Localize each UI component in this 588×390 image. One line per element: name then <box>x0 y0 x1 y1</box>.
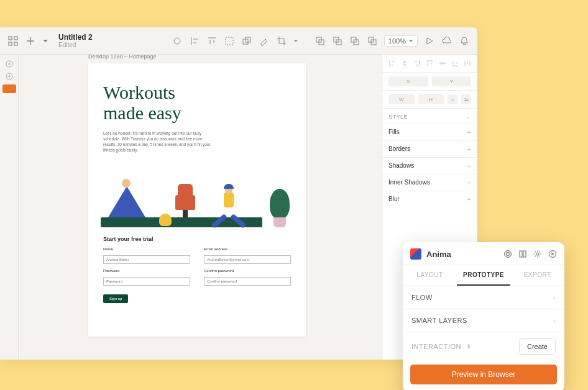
plus-icon[interactable]: + <box>467 179 471 186</box>
svg-point-4 <box>174 38 180 44</box>
align-bottom-icon[interactable] <box>451 60 459 67</box>
plus-icon[interactable] <box>25 35 36 47</box>
name-input[interactable] <box>103 255 190 264</box>
columns-icon[interactable] <box>518 250 527 258</box>
union-icon[interactable] <box>315 35 326 47</box>
gear-icon[interactable] <box>533 250 542 258</box>
inner-shadows-row[interactable]: Inner Shadows+ <box>382 174 477 191</box>
align-left-icon[interactable] <box>388 60 396 67</box>
size-controls: W H ⟐ ⇋ <box>382 91 477 109</box>
create-button[interactable]: Create <box>519 338 556 355</box>
svg-rect-21 <box>520 251 522 257</box>
svg-rect-0 <box>9 37 12 40</box>
signup-form: Start your free trial Name Email address <box>88 227 306 312</box>
chevron-right-icon: › <box>553 317 556 324</box>
shadows-row[interactable]: Shadows+ <box>382 157 477 174</box>
svg-rect-3 <box>14 42 17 45</box>
align-left-icon[interactable] <box>189 35 200 47</box>
confirm-input[interactable] <box>204 277 291 286</box>
play-icon[interactable] <box>424 35 435 47</box>
tab-layout[interactable]: LAYOUT <box>403 265 457 286</box>
svg-rect-5 <box>226 37 233 45</box>
anima-logo-icon <box>410 248 421 260</box>
interaction-row: INTERACTION ▲▼ Create <box>403 332 564 361</box>
plus-icon[interactable]: + <box>467 129 471 136</box>
svg-point-20 <box>507 253 510 256</box>
flow-row[interactable]: FLOW› <box>403 286 564 309</box>
svg-point-17 <box>9 63 10 65</box>
plus-icon[interactable]: + <box>467 145 471 153</box>
anima-plugin-panel: Anima LAYOUT PROTOTYPE EXPORT FLOW› SMAR… <box>403 242 564 390</box>
artboard[interactable]: Workouts made easy Let's be honest, it's… <box>88 63 306 337</box>
name-label: Name <box>103 247 190 251</box>
x-input[interactable]: X <box>388 76 428 86</box>
record-icon[interactable] <box>503 250 512 258</box>
group-icon[interactable] <box>224 35 235 47</box>
preview-in-browser-button[interactable]: Preview in Browser <box>410 365 557 384</box>
align-center-v-icon[interactable] <box>439 60 446 67</box>
ring-icon[interactable] <box>172 35 183 47</box>
fills-row[interactable]: Fills+ <box>382 124 477 140</box>
artboard-label: Desktop 1280 – Homepage <box>88 55 157 60</box>
tab-prototype[interactable]: PROTOTYPE <box>457 265 511 286</box>
cloud-icon[interactable] <box>441 35 452 47</box>
hero-illustration <box>101 159 287 227</box>
grid-icon[interactable] <box>7 35 19 47</box>
email-label: Email address <box>204 247 291 251</box>
target-icon[interactable] <box>5 60 14 68</box>
email-input[interactable] <box>204 255 291 264</box>
interaction-label: INTERACTION <box>411 343 461 350</box>
crop-icon[interactable] <box>276 35 287 47</box>
tab-export[interactable]: EXPORT <box>510 265 564 286</box>
eraser-icon[interactable] <box>259 35 270 47</box>
close-circle-icon[interactable] <box>548 250 557 258</box>
chevron-down-icon[interactable] <box>42 35 48 47</box>
alignment-controls <box>382 55 477 73</box>
w-input[interactable]: W <box>388 94 415 104</box>
chevron-right-icon: › <box>553 294 556 301</box>
anima-header: Anima <box>403 242 564 265</box>
chevron-down-icon: ⌄ <box>466 114 472 120</box>
layers-icon[interactable] <box>241 35 252 47</box>
confirm-label: Confirm password <box>204 269 291 273</box>
hero-title: Workouts made easy <box>88 63 306 128</box>
plus-circle-icon[interactable] <box>5 72 14 81</box>
page-badge[interactable] <box>2 84 16 93</box>
chevron-down-icon[interactable] <box>293 35 298 47</box>
toolbar: Untitled 2 Edited 100% <box>0 27 477 55</box>
align-top-icon[interactable] <box>206 35 218 47</box>
password-label: Password <box>103 269 190 273</box>
password-input[interactable] <box>103 277 190 286</box>
canvas[interactable]: Desktop 1280 – Homepage Workouts made ea… <box>19 55 382 360</box>
intersect-icon[interactable] <box>349 35 361 47</box>
plus-icon[interactable]: + <box>467 196 471 203</box>
subtract-icon[interactable] <box>332 35 343 47</box>
difference-icon[interactable] <box>367 35 378 47</box>
borders-row[interactable]: Borders+ <box>382 140 477 157</box>
bell-icon[interactable] <box>459 35 470 47</box>
smart-layers-row[interactable]: SMART LAYERS› <box>403 309 564 332</box>
blur-row[interactable]: Blur+ <box>382 191 477 207</box>
align-center-h-icon[interactable] <box>401 60 408 67</box>
form-title: Start your free trial <box>103 236 291 242</box>
distribute-icon[interactable] <box>464 60 471 67</box>
align-top-icon[interactable] <box>426 60 433 67</box>
signup-button[interactable]: Sign up <box>103 294 128 303</box>
plus-icon[interactable]: + <box>467 162 471 170</box>
svg-rect-22 <box>523 251 526 257</box>
svg-rect-1 <box>14 37 17 40</box>
h-input[interactable]: H <box>418 94 444 104</box>
align-right-icon[interactable] <box>413 60 421 67</box>
anima-title: Anima <box>426 250 498 259</box>
zoom-control[interactable]: 100% <box>384 35 418 47</box>
left-sidebar <box>0 55 19 360</box>
y-input[interactable]: Y <box>432 76 472 86</box>
style-header[interactable]: STYLE ⌄ <box>382 109 477 124</box>
lock-icon[interactable]: ⟐ <box>448 94 457 104</box>
document-status: Edited <box>58 42 93 48</box>
svg-rect-2 <box>9 42 12 45</box>
flip-icon[interactable]: ⇋ <box>461 94 471 104</box>
anima-tabs: LAYOUT PROTOTYPE EXPORT <box>403 265 564 286</box>
stepper-icon[interactable]: ▲▼ <box>466 344 471 349</box>
zoom-value: 100% <box>388 37 406 45</box>
